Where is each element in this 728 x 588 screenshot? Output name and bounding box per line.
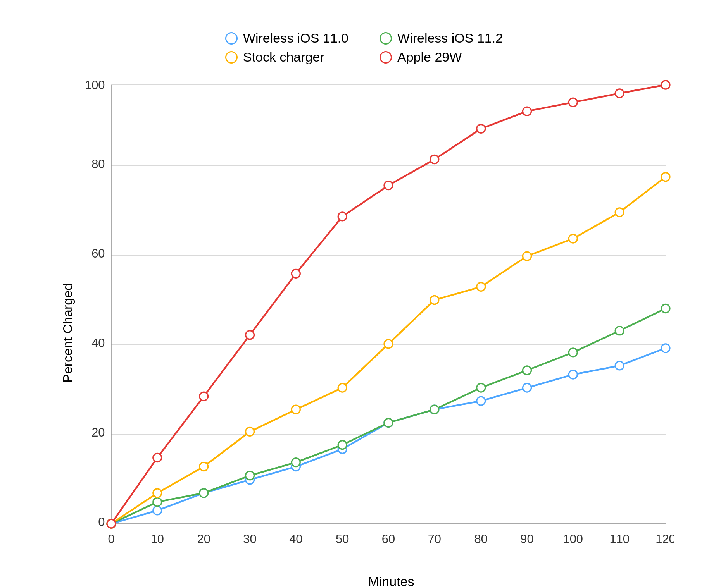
svg-text:20: 20 [197, 532, 210, 546]
point-ios110-12 [661, 344, 670, 352]
legend-item-apple29w: Apple 29W [380, 50, 503, 65]
legend-item-ios110: Wireless iOS 11.0 [225, 31, 348, 46]
point-stock-4 [292, 405, 300, 414]
svg-text:110: 110 [610, 532, 630, 546]
point-ios110-9 [523, 383, 531, 392]
point-apple29w-7 [430, 155, 439, 164]
point-apple29w-4 [292, 269, 300, 278]
svg-text:80: 80 [91, 157, 105, 171]
point-apple29w-6 [384, 181, 393, 190]
point-ios110-10 [569, 370, 577, 379]
chart-area: Percent Charged 0 20 40 60 80 1 [54, 76, 674, 588]
legend-label-ios112: Wireless iOS 11.2 [397, 31, 503, 46]
x-axis-label: Minutes [77, 566, 674, 588]
line-ios110 [111, 348, 666, 524]
chart-svg: 0 20 40 60 80 100 0 10 20 30 40 50 60 70… [77, 76, 674, 566]
svg-text:0: 0 [108, 532, 114, 546]
point-ios112-10 [569, 348, 577, 357]
point-ios112-3 [246, 471, 254, 480]
legend-circle-ios110 [225, 32, 238, 45]
point-ios110-11 [615, 361, 624, 370]
point-stock-6 [384, 340, 393, 348]
legend-item-ios112: Wireless iOS 11.2 [380, 31, 503, 46]
svg-text:0: 0 [98, 515, 105, 529]
svg-text:80: 80 [474, 532, 488, 546]
svg-text:70: 70 [428, 532, 441, 546]
point-stock-10 [569, 234, 577, 243]
chart-inner: 0 20 40 60 80 100 0 10 20 30 40 50 60 70… [77, 76, 674, 588]
point-stock-2 [200, 462, 208, 471]
svg-text:10: 10 [151, 532, 164, 546]
point-apple29w-12 [661, 81, 670, 89]
svg-text:20: 20 [91, 426, 105, 439]
legend-label-stock: Stock charger [243, 50, 324, 65]
legend-circle-ios112 [380, 32, 392, 45]
point-ios112-1 [153, 498, 162, 506]
point-stock-3 [246, 427, 254, 436]
point-apple29w-3 [246, 331, 254, 339]
point-ios112-7 [430, 405, 439, 414]
line-apple29w [111, 85, 666, 524]
svg-text:40: 40 [289, 532, 302, 546]
legend-label-ios110: Wireless iOS 11.0 [243, 31, 348, 46]
point-stock-12 [661, 173, 670, 181]
y-axis-label: Percent Charged [54, 76, 77, 588]
point-apple29w-5 [338, 212, 347, 221]
point-ios112-12 [661, 304, 670, 313]
svg-text:60: 60 [382, 532, 395, 546]
svg-text:60: 60 [91, 247, 105, 260]
legend-label-apple29w: Apple 29W [397, 50, 462, 65]
point-stock-5 [338, 383, 347, 392]
point-ios112-6 [384, 418, 393, 427]
chart-legend: Wireless iOS 11.0 Wireless iOS 11.2 Stoc… [225, 31, 503, 65]
line-stock [111, 177, 666, 524]
svg-text:90: 90 [520, 532, 533, 546]
point-ios112-8 [477, 383, 485, 392]
svg-text:100: 100 [563, 532, 583, 546]
point-ios110-1 [153, 506, 162, 515]
point-apple29w-11 [615, 89, 624, 98]
point-apple29w-0 [107, 519, 116, 528]
svg-text:50: 50 [336, 532, 349, 546]
point-ios112-2 [200, 489, 208, 497]
svg-text:100: 100 [85, 78, 105, 92]
legend-circle-stock [225, 51, 238, 64]
point-stock-7 [430, 296, 439, 304]
legend-item-stock: Stock charger [225, 50, 348, 65]
chart-container: Wireless iOS 11.0 Wireless iOS 11.2 Stoc… [54, 23, 674, 565]
point-ios110-8 [477, 397, 485, 405]
svg-text:120: 120 [656, 532, 674, 546]
point-stock-9 [523, 252, 531, 260]
svg-text:40: 40 [91, 336, 105, 349]
point-apple29w-9 [523, 107, 531, 115]
point-apple29w-10 [569, 98, 577, 107]
point-stock-1 [153, 489, 162, 497]
point-apple29w-8 [477, 124, 485, 133]
point-stock-8 [477, 282, 485, 291]
svg-text:30: 30 [243, 532, 256, 546]
point-ios112-11 [615, 327, 624, 335]
point-ios112-4 [292, 458, 300, 467]
point-ios112-9 [523, 366, 531, 375]
point-apple29w-2 [200, 392, 208, 401]
point-ios112-5 [338, 441, 347, 449]
point-apple29w-1 [153, 454, 162, 462]
legend-circle-apple29w [380, 51, 392, 64]
point-stock-11 [615, 208, 624, 217]
